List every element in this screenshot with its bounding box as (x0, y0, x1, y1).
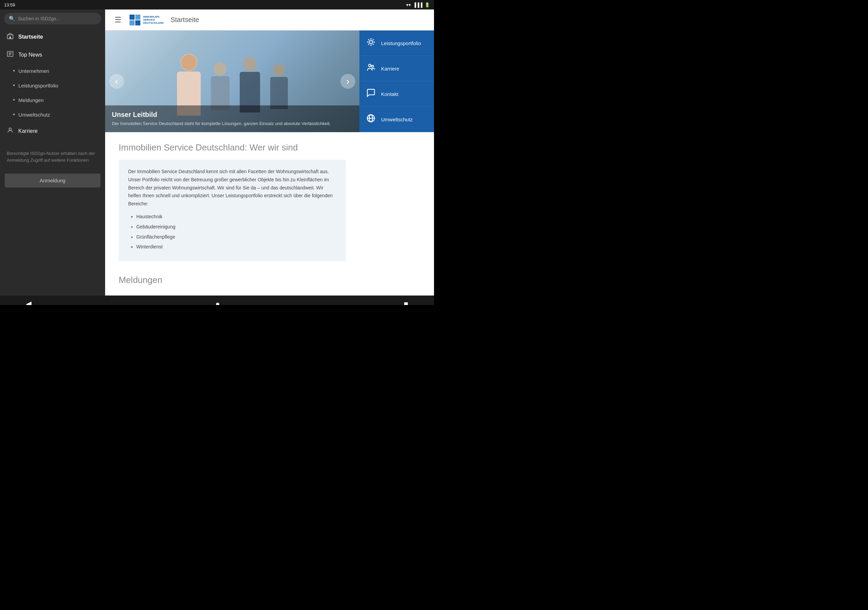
action-umweltschutz-label: Umweltschutz (381, 116, 412, 122)
logo-sq-tr (135, 15, 140, 20)
center-column: ‹ › Unser Leitbild Der Immobilien Servic… (105, 31, 360, 296)
svg-rect-1 (9, 37, 11, 39)
signal-icon: ▐▐▐ (413, 2, 423, 8)
main-body-text: Der Immobilien Service Deutschland kennt… (128, 168, 336, 208)
news-icon (7, 51, 14, 59)
main-info-box: Der Immobilien Service Deutschland kennt… (119, 159, 346, 261)
list-item-4: Winterdienst (136, 243, 336, 251)
action-kontakt[interactable]: Kontakt (360, 81, 434, 107)
action-kontakt-label: Kontakt (381, 91, 398, 97)
sidebar-item-unternehmen-label: Unternehmen (18, 68, 49, 74)
home-icon (7, 33, 14, 41)
logo-text: IMMOBILIENSERVICEDEUTSCHLAND (143, 15, 164, 25)
main-text-section: Immobilien Service Deutschland: Wer wir … (105, 132, 360, 271)
person-2-head (214, 63, 226, 76)
sidebar-item-meldungen[interactable]: Meldungen (0, 93, 105, 107)
svg-point-8 (369, 64, 371, 67)
person-2 (211, 63, 229, 110)
wifi-icon: ▾▾ (406, 2, 411, 8)
battery-icon: 🔋 (425, 2, 430, 8)
sidebar-item-karriere-label: Karriere (18, 128, 38, 134)
svg-point-9 (372, 65, 374, 67)
bottom-bar: ◀ ● ■ (0, 296, 434, 305)
logo-sq-br (135, 20, 140, 25)
meldungen-title: Meldungen (105, 271, 360, 296)
carousel: ‹ › Unser Leitbild Der Immobilien Servic… (105, 31, 360, 132)
action-leistungsportfolio-label: Leistungsportfolio (381, 40, 421, 46)
sidebar-item-umweltschutz[interactable]: Umweltschutz (0, 107, 105, 122)
karriere-icon (366, 63, 377, 74)
search-icon: 🔍 (9, 15, 15, 22)
status-bar: 13:59 ▾▾ ▐▐▐ 🔋 (0, 0, 434, 9)
sidebar-item-leistungsportfolio-label: Leistungsportfolio (18, 83, 58, 88)
logo-area: IMMOBILIENSERVICEDEUTSCHLAND (130, 15, 164, 25)
top-bar: ☰ IMMOBILIENSERVICEDEUTSCHLAND Startseit… (105, 9, 434, 31)
status-icons: ▾▾ ▐▐▐ 🔋 (406, 2, 430, 8)
sidebar-info-text: Berechtigte ISD2go-Nutzer erhalten nach … (0, 143, 105, 170)
content-body: ‹ › Unser Leitbild Der Immobilien Servic… (105, 31, 434, 296)
sidebar-item-unternehmen[interactable]: Unternehmen (0, 64, 105, 78)
action-leistungsportfolio[interactable]: Leistungsportfolio (360, 31, 434, 56)
svg-point-6 (9, 128, 11, 130)
person-icon (7, 127, 14, 135)
sidebar-item-leistungsportfolio[interactable]: Leistungsportfolio (0, 78, 105, 93)
svg-point-7 (369, 40, 372, 43)
sidebar-item-top-news[interactable]: Top News (0, 46, 105, 64)
hamburger-button[interactable]: ☰ (112, 14, 124, 26)
list-item-2: Gebäudereinigung (136, 223, 336, 231)
leistungsportfolio-icon (366, 37, 377, 49)
recent-apps-button[interactable]: ■ (398, 297, 414, 305)
list-item-3: Grünflächenpflege (136, 233, 336, 241)
sidebar-item-startseite[interactable]: Startseite (0, 28, 105, 46)
carousel-prev-button[interactable]: ‹ (109, 74, 124, 89)
back-button[interactable]: ◀ (20, 297, 37, 305)
sidebar-item-umweltschutz-label: Umweltschutz (18, 112, 50, 118)
person-3-head (243, 57, 257, 71)
home-button[interactable]: ● (210, 297, 225, 305)
sidebar-item-top-news-label: Top News (18, 52, 42, 58)
search-bar[interactable]: 🔍 (4, 13, 101, 25)
umweltschutz-icon (366, 113, 377, 125)
person-4 (270, 64, 288, 109)
person-3 (240, 57, 260, 113)
main-section-title: Immobilien Service Deutschland: Wer wir … (119, 142, 346, 153)
person-4-body (270, 77, 288, 109)
kontakt-icon (366, 88, 377, 100)
sidebar-item-karriere[interactable]: Karriere (0, 122, 105, 140)
app-container: 🔍 Startseite Top News Unternehmen Leistu… (0, 9, 434, 296)
carousel-caption: Unser Leitbild Der Immobilien Service De… (105, 105, 360, 132)
login-button[interactable]: Anmeldung (5, 173, 100, 187)
carousel-text: Der Immobilien Service Deutschland steht… (112, 121, 353, 127)
logo-sq-tl (130, 15, 135, 20)
logo-squares (130, 15, 140, 25)
sidebar: 🔍 Startseite Top News Unternehmen Leistu… (0, 9, 105, 296)
carousel-next-button[interactable]: › (340, 74, 355, 89)
action-karriere[interactable]: Karriere (360, 56, 434, 81)
sidebar-item-meldungen-label: Meldungen (18, 97, 43, 103)
main-list: Haustechnik Gebäudereinigung Grünflächen… (128, 213, 336, 251)
search-input[interactable] (18, 16, 96, 21)
logo-sq-bl (130, 20, 135, 25)
person-4-head (273, 64, 285, 76)
person-1-head (180, 54, 197, 71)
meldungen-section: Meldungen (105, 271, 360, 296)
time-display: 13:59 (4, 2, 15, 8)
carousel-title: Unser Leitbild (112, 111, 353, 119)
page-title: Startseite (170, 16, 199, 24)
sidebar-item-startseite-label: Startseite (18, 34, 43, 40)
action-umweltschutz[interactable]: Umweltschutz (360, 107, 434, 132)
list-item-1: Haustechnik (136, 213, 336, 221)
action-karriere-label: Karriere (381, 66, 399, 71)
main-content: ☰ IMMOBILIENSERVICEDEUTSCHLAND Startseit… (105, 9, 434, 296)
right-column: Leistungsportfolio Karriere Kontakt (360, 31, 434, 296)
